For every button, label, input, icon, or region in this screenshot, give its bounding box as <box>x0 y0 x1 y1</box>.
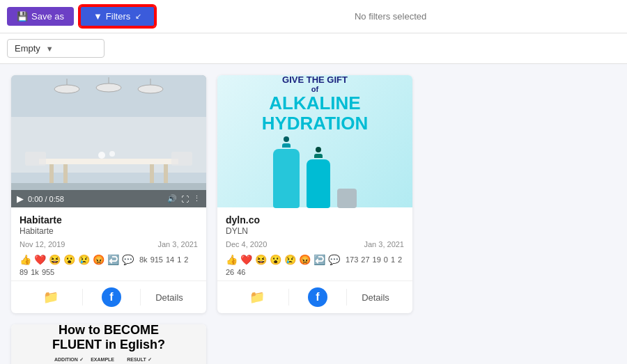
card-dyln: GIVE THE GIFT of ALKALINE HYDRATION <box>217 75 412 313</box>
reaction-share-icon: ↩️ <box>314 254 325 265</box>
volume-icon[interactable]: 🔊 <box>167 194 177 203</box>
facebook-icon: f <box>102 287 121 307</box>
reaction-angry-icon: 😡 <box>93 254 104 265</box>
save-button[interactable]: 💾 Save as <box>7 7 74 26</box>
reaction-love-icon: ❤️ <box>240 254 252 265</box>
alkaline-title1: ALKALINE <box>269 93 360 113</box>
card-video-thumbnail: ▶ 0:00 / 0:58 🔊 ⛶ ⋮ <box>11 75 206 207</box>
more-options-icon[interactable]: ⋮ <box>193 194 201 203</box>
count-angry: 2 <box>398 255 402 264</box>
count-like: 8k <box>139 255 148 264</box>
count-angry: 89 <box>20 268 28 276</box>
count-comment: 955 <box>42 268 54 276</box>
card-dates: Dec 4, 2020 Jan 3, 2021 <box>226 240 404 248</box>
filters-label: Filters <box>106 11 130 22</box>
reaction-like-icon: 👍 <box>226 254 238 265</box>
date-end: Jan 3, 2021 <box>364 240 405 248</box>
card-footer: 📁 f Details <box>217 280 412 313</box>
card-name: Habitarte <box>20 214 198 225</box>
folder-button[interactable]: 📁 <box>226 287 288 308</box>
fullscreen-icon[interactable]: ⛶ <box>181 195 189 203</box>
reaction-comment-icon: 💬 <box>328 254 340 265</box>
card-boosters: How to BECOMEFLUENT in Eglish? ADDITION … <box>11 324 206 364</box>
video-controls: ▶ 0:00 / 0:58 🔊 ⛶ ⋮ <box>11 190 206 207</box>
card-image-alkaline: GIVE THE GIFT of ALKALINE HYDRATION <box>217 75 412 207</box>
count-wow: 1 <box>177 255 181 264</box>
reaction-angry-icon: 😡 <box>299 254 311 265</box>
count-haha: 19 <box>373 255 381 264</box>
card-dates: Nov 12, 2019 Jan 3, 2021 <box>20 240 198 248</box>
reaction-share-icon: ↩️ <box>107 254 119 265</box>
count-share: 1k <box>31 268 39 276</box>
dropdown-value: Empty <box>15 43 40 54</box>
alkaline-bottles <box>273 136 357 208</box>
count-sad: 2 <box>184 255 188 264</box>
reaction-sad-icon: 😢 <box>78 254 90 265</box>
reaction-sad-icon: 😢 <box>284 254 296 265</box>
svg-rect-13 <box>25 152 46 166</box>
filter-dropdown[interactable]: Empty ▼ <box>7 39 104 58</box>
reactions: 👍 ❤️ 😆 😮 😢 😡 ↩️ 💬 8k 915 14 1 2 89 1k 95… <box>20 251 198 280</box>
facebook-button[interactable]: f <box>289 287 346 307</box>
reaction-love-icon: ❤️ <box>34 254 46 265</box>
reaction-wow-icon: 😮 <box>270 254 281 265</box>
count-share: 26 <box>226 268 234 276</box>
folder-icon: 📁 <box>249 290 265 305</box>
filter-row: Empty ▼ <box>0 33 627 64</box>
card-sub: Habitarte <box>20 226 198 236</box>
chevron-down-icon: ▼ <box>46 45 54 53</box>
card-name: dyln.co <box>226 214 404 225</box>
folder-icon: 📁 <box>43 290 59 305</box>
count-haha: 14 <box>166 255 174 264</box>
facebook-button[interactable]: f <box>83 287 140 307</box>
count-comment: 46 <box>237 268 245 276</box>
svg-rect-14 <box>171 152 192 166</box>
toolbar: 💾 Save as ▼ Filters ↙ No filters selecte… <box>0 0 627 33</box>
svg-point-5 <box>138 85 163 93</box>
reaction-comment-icon: 💬 <box>122 254 134 265</box>
reaction-haha-icon: 😆 <box>255 254 267 265</box>
fluent-content: How to BECOMEFLUENT in Eglish? ADDITION … <box>47 324 171 364</box>
alkaline-title2: HYDRATION <box>262 113 369 134</box>
no-filters-text: No filters selected <box>161 11 620 22</box>
card-footer: 📁 f Details <box>11 280 206 313</box>
details-button[interactable]: Details <box>141 292 198 303</box>
svg-point-1 <box>54 85 79 93</box>
save-label: Save as <box>31 11 64 22</box>
card-info-habitarte: Habitarte Habitarte Nov 12, 2019 Jan 3, … <box>11 207 206 280</box>
reaction-haha-icon: 😆 <box>49 254 61 265</box>
facebook-icon: f <box>308 287 327 307</box>
date-start: Nov 12, 2019 <box>20 240 65 248</box>
card-habitarte: ▶ 0:00 / 0:58 🔊 ⛶ ⋮ Habitarte Habitarte … <box>11 75 206 313</box>
card-sub: DYLN <box>226 226 404 236</box>
save-icon: 💾 <box>17 11 28 22</box>
filter-icon: ▼ <box>93 11 102 22</box>
alkaline-headline-top: GIVE THE GIFT <box>282 75 348 85</box>
date-end: Jan 3, 2021 <box>158 240 199 248</box>
card-info-dyln: dyln.co DYLN Dec 4, 2020 Jan 3, 2021 👍 ❤… <box>217 207 412 280</box>
cards-container: ▶ 0:00 / 0:58 🔊 ⛶ ⋮ Habitarte Habitarte … <box>0 64 627 364</box>
count-wow: 0 <box>384 255 388 264</box>
folder-button[interactable]: 📁 <box>20 287 82 308</box>
video-time: 0:00 / 0:58 <box>28 195 64 203</box>
cursor-indicator: ↙ <box>135 12 141 21</box>
reaction-like-icon: 👍 <box>20 254 31 265</box>
card-image-fluent: How to BECOMEFLUENT in Eglish? ADDITION … <box>11 324 206 364</box>
count-love: 915 <box>150 255 163 264</box>
count-love: 27 <box>361 255 369 264</box>
filters-button[interactable]: ▼ Filters ↙ <box>79 6 155 27</box>
count-like: 173 <box>346 255 358 264</box>
date-start: Dec 4, 2020 <box>226 240 267 248</box>
svg-point-3 <box>96 84 121 92</box>
svg-point-17 <box>109 151 115 157</box>
svg-point-16 <box>98 152 105 159</box>
count-sad: 1 <box>391 255 395 264</box>
reaction-wow-icon: 😮 <box>63 254 75 265</box>
play-button[interactable]: ▶ <box>17 193 24 204</box>
svg-rect-8 <box>39 159 178 164</box>
details-button[interactable]: Details <box>347 292 404 303</box>
reactions: 👍 ❤️ 😆 😮 😢 😡 ↩️ 💬 173 27 19 0 1 2 26 46 <box>226 251 404 280</box>
fluent-table: ADDITION ✓EXAMPLERESULT ✓ furtherfurther… <box>52 356 165 364</box>
fluent-title: How to BECOMEFLUENT in Eglish? <box>52 324 165 353</box>
